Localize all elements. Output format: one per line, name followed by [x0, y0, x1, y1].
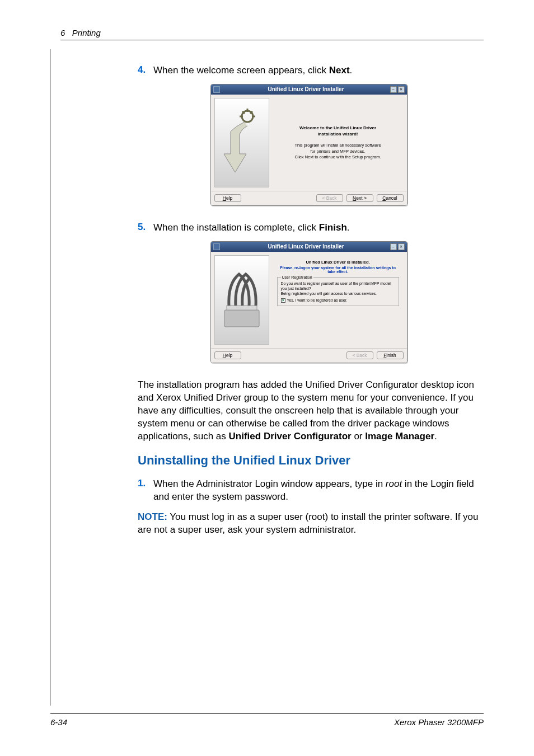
user-registration-fieldset: User Registration Do you want to registe… [277, 277, 399, 306]
step-number: 1. [138, 478, 153, 489]
dialog-titlebar: Unified Linux Driver Installer – × [211, 84, 407, 95]
step-1: 1. When the Administrator Login window a… [138, 478, 480, 504]
step-text: When the Administrator Login window appe… [153, 478, 480, 504]
next-button[interactable]: Next > [346, 194, 373, 202]
register-checkbox[interactable]: ✕ [281, 298, 285, 303]
dialog-titlebar: Unified Linux Driver Installer – × [211, 242, 407, 252]
step-4: 4. When the welcome screen appears, clic… [138, 64, 480, 77]
close-button[interactable]: × [398, 243, 405, 250]
step-number: 4. [138, 64, 153, 76]
finish-button[interactable]: Finish [377, 351, 404, 359]
svg-rect-7 [227, 306, 257, 310]
checkbox-label: Yes, I want to be registered as user. [287, 298, 348, 303]
fieldset-body-text: Do you want to register yourself as user… [281, 281, 395, 303]
back-button: < Back [316, 194, 343, 202]
dialog-title: Unified Linux Driver Installer [222, 86, 390, 92]
step-text: When the welcome screen appears, click N… [153, 64, 480, 77]
page-footer: 6-34 Xerox Phaser 3200MFP [50, 713, 484, 727]
dialog-installed-msg: Unified Linux Driver is installed. [276, 260, 400, 265]
svg-rect-6 [224, 310, 259, 327]
dialog-sidebar-image [214, 98, 269, 187]
cancel-button[interactable]: Cancel [377, 194, 404, 202]
dialog-title: Unified Linux Driver Installer [222, 243, 390, 250]
installer-dialog-welcome: Unified Linux Driver Installer – × [210, 84, 407, 206]
body-paragraph: The installation program has added the U… [138, 379, 480, 443]
window-icon [213, 243, 220, 250]
chapter-title: Printing [72, 28, 101, 37]
minimize-button[interactable]: – [390, 86, 397, 93]
note-paragraph: NOTE: You must log in as a super user (r… [138, 511, 480, 537]
back-button: < Back [346, 351, 373, 359]
minimize-button[interactable]: – [390, 243, 397, 250]
window-icon [213, 86, 220, 93]
page-number: 6-34 [50, 717, 67, 727]
left-margin-rule [50, 49, 51, 706]
step-5: 5. When the installation is complete, cl… [138, 222, 480, 234]
product-name: Xerox Phaser 3200MFP [394, 717, 484, 727]
installer-dialog-finish: Unified Linux Driver Installer – × [210, 241, 407, 363]
dialog-sidebar-image [214, 255, 269, 345]
section-heading-uninstalling: Uninstalling the Unified Linux Driver [138, 453, 480, 468]
page-header: 6 Printing [0, 28, 534, 44]
note-label: NOTE: [138, 511, 167, 522]
close-button[interactable]: × [398, 86, 405, 93]
fieldset-legend: User Registration [281, 275, 313, 279]
help-button[interactable]: Help [214, 351, 241, 359]
dialog-relogon-msg: Please, re-logon your system for all the… [276, 266, 400, 274]
step-text: When the installation is complete, click… [153, 222, 480, 234]
dialog-message-area: Unified Linux Driver is installed. Pleas… [273, 255, 404, 345]
help-button[interactable]: Help [214, 194, 241, 202]
dialog-message-area: Welcome to the Unified Linux Driver inst… [273, 98, 404, 187]
chapter-number: 6 [60, 28, 65, 37]
step-number: 5. [138, 222, 153, 233]
